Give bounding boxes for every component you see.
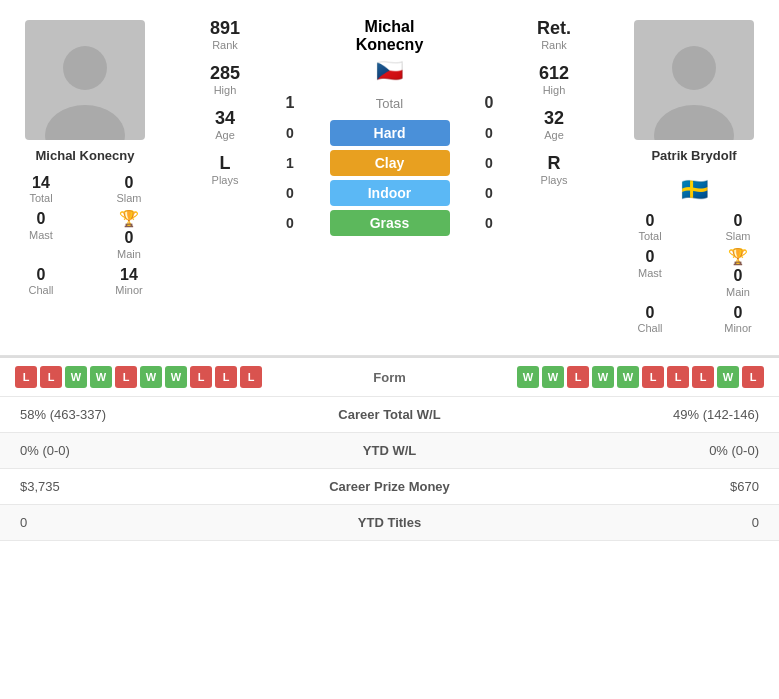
clay-p2: 0: [474, 155, 504, 171]
p2-plays-label: Plays: [541, 174, 568, 186]
player2-mast-cell: 0 Mast: [614, 247, 686, 298]
p1-form-badge: W: [165, 366, 187, 388]
p2-age-label: Age: [544, 129, 564, 141]
form-label: Form: [330, 370, 450, 385]
p1-age: 34 Age: [215, 108, 235, 141]
player1-slam-value: 0: [125, 173, 134, 192]
indoor-button[interactable]: Indoor: [330, 180, 450, 206]
player2-mast-label: Mast: [638, 267, 662, 280]
p1-flag: 🇨🇿: [356, 58, 424, 84]
player1-card: Michal Konecny 14 Total 0 Slam 0 Mast 🏆 …: [0, 10, 170, 345]
clay-button[interactable]: Clay: [330, 150, 450, 176]
p2-form-badge: L: [667, 366, 689, 388]
player2-avatar: [634, 20, 754, 140]
prize-row: $3,735 Career Prize Money $670: [0, 469, 779, 505]
p1-rank-label: Rank: [212, 39, 238, 51]
career-wl-row: 58% (463-337) Career Total W/L 49% (142-…: [0, 397, 779, 433]
prize-p1: $3,735: [20, 479, 290, 494]
player2-mast-value: 0: [646, 247, 655, 266]
player1-total-value: 14: [32, 173, 50, 192]
p2-form-badge: L: [742, 366, 764, 388]
player2-minor-value: 0: [734, 303, 743, 322]
player2-stats: 0 Total 0 Slam 0 Mast 🏆 0 Main 0: [614, 211, 774, 335]
hard-button[interactable]: Hard: [330, 120, 450, 146]
p1-age-value: 34: [215, 108, 235, 129]
p1-center-stats: 891 Rank 285 High 34 Age L Plays: [180, 18, 270, 186]
player2-chall-cell: 0 Chall: [614, 303, 686, 335]
total-label: Total: [305, 96, 474, 111]
player1-main-label: Main: [117, 248, 141, 261]
p2-rank-label: Rank: [541, 39, 567, 51]
player1-total-cell: 14 Total: [5, 173, 77, 205]
hard-p2: 0: [474, 125, 504, 141]
ytd-wl-p2: 0% (0-0): [490, 443, 760, 458]
p1-high-value: 285: [210, 63, 240, 84]
player1-chall-label: Chall: [28, 284, 53, 297]
indoor-p2: 0: [474, 185, 504, 201]
surface-center: MichalKonecny 🇨🇿 1 Total 0 0 Hard: [275, 18, 504, 236]
total-row: 1 Total 0: [275, 94, 504, 112]
indoor-row: 0 Indoor 0: [275, 180, 504, 206]
grass-row: 0 Grass 0: [275, 210, 504, 236]
ytd-wl-row: 0% (0-0) YTD W/L 0% (0-0): [0, 433, 779, 469]
p1-rank-value: 891: [210, 18, 240, 39]
player1-total-label: Total: [29, 192, 52, 205]
player1-mast-cell: 0 Mast: [5, 209, 77, 260]
p2-name-flag: Patrik Brydolf 🇸🇪: [651, 148, 736, 211]
total-p2-score: 0: [474, 94, 504, 112]
player1-minor-cell: 14 Minor: [93, 265, 165, 297]
player2-slam-label: Slam: [725, 230, 750, 243]
p2-age-value: 32: [544, 108, 564, 129]
p2-high: 612 High: [539, 63, 569, 96]
p2-form-badge: W: [517, 366, 539, 388]
p1-form-badge: L: [240, 366, 262, 388]
career-wl-label: Career Total W/L: [290, 407, 490, 422]
p1-form-badge: L: [215, 366, 237, 388]
p1-form-badge: L: [40, 366, 62, 388]
player1-trophy-icon: 🏆: [119, 209, 139, 228]
hard-p1: 0: [275, 125, 305, 141]
player2-main-label: Main: [726, 286, 750, 299]
player2-total-label: Total: [638, 230, 661, 243]
prize-label: Career Prize Money: [290, 479, 490, 494]
p2-flag: 🇸🇪: [681, 177, 708, 203]
p2-form-badge: L: [692, 366, 714, 388]
player2-trophy-cell: 🏆 0 Main: [702, 247, 774, 298]
indoor-p1: 0: [275, 185, 305, 201]
p2-high-label: High: [543, 84, 566, 96]
grass-p2: 0: [474, 215, 504, 231]
player2-card: Patrik Brydolf 🇸🇪 0 Total 0 Slam 0 Mast …: [609, 10, 779, 345]
p1-plays-value: L: [220, 153, 231, 174]
grass-p1: 0: [275, 215, 305, 231]
bottom-stats: LLWWLWWLLL Form WWLWWLLLWL 58% (463-337)…: [0, 356, 779, 541]
player1-mast-label: Mast: [29, 229, 53, 242]
p2-form-badge: W: [617, 366, 639, 388]
names-header: MichalKonecny 🇨🇿: [275, 18, 504, 92]
total-p1-score: 1: [275, 94, 305, 112]
svg-point-0: [63, 46, 107, 90]
p2-form-badge: W: [592, 366, 614, 388]
ytd-titles-p1: 0: [20, 515, 290, 530]
p2-form-badge: L: [567, 366, 589, 388]
player2-chall-label: Chall: [637, 322, 662, 335]
p2-high-value: 612: [539, 63, 569, 84]
p1-age-label: Age: [215, 129, 235, 141]
player2-chall-value: 0: [646, 303, 655, 322]
ytd-titles-p2: 0: [490, 515, 760, 530]
p1-form-badge: W: [140, 366, 162, 388]
player1-name: Michal Konecny: [36, 148, 135, 163]
player2-name: Patrik Brydolf: [651, 148, 736, 163]
surface-area: 0 Hard 0 1 Clay 0 0 Indoor 0: [275, 120, 504, 236]
main-container: Michal Konecny 14 Total 0 Slam 0 Mast 🏆 …: [0, 0, 779, 541]
player1-minor-label: Minor: [115, 284, 143, 297]
p1-form-badges: LLWWLWWLLL: [15, 366, 330, 388]
p2-plays: R Plays: [541, 153, 568, 186]
ytd-titles-label: YTD Titles: [290, 515, 490, 530]
p2-form-badges: WWLWWLLLWL: [450, 366, 765, 388]
p1-form-badge: L: [115, 366, 137, 388]
player1-slam-label: Slam: [116, 192, 141, 205]
grass-button[interactable]: Grass: [330, 210, 450, 236]
player2-main-value: 0: [734, 266, 743, 285]
p2-center-stats: Ret. Rank 612 High 32 Age R Plays: [509, 18, 599, 186]
p1-high-label: High: [214, 84, 237, 96]
